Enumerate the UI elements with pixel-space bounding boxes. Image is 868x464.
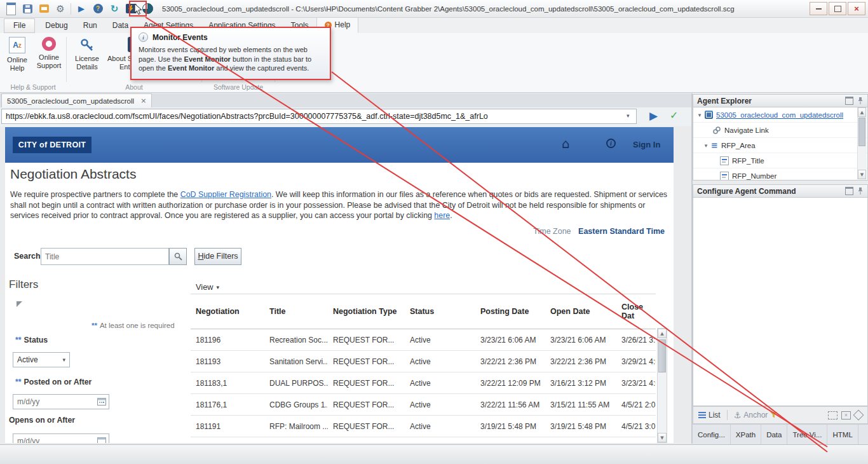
calendar-icon[interactable] [97, 437, 106, 443]
cell-posting-date: 3/23/21 6:06 AM [475, 329, 545, 351]
opens-date-field [13, 433, 109, 443]
document-tab[interactable]: 53005_oraclecloud_com_updatedscroll × [1, 93, 152, 107]
table-row[interactable]: 181176,1CDBG Groups 1...REQUEST FOR...Ac… [191, 394, 656, 416]
statistics-icon[interactable] [139, 1, 156, 17]
configure-command-title: Configure Agent Command [697, 187, 796, 196]
online-support-button[interactable]: Online Support [33, 35, 65, 70]
minimize-button[interactable] [810, 2, 827, 15]
tooltip-body: Monitors events captured by web elements… [139, 45, 323, 73]
anchor-icon: ⚓ [734, 411, 742, 420]
group-label-about: About [67, 83, 201, 91]
search-input[interactable] [41, 248, 169, 265]
posted-date-input[interactable] [13, 394, 109, 409]
close-button[interactable]: × [848, 2, 865, 15]
anchor-button[interactable]: ⚓ Anchor [731, 409, 780, 421]
maximize-button[interactable] [829, 2, 846, 15]
column-negotiation[interactable]: Negotiation [191, 294, 264, 329]
tab-run[interactable]: Run [76, 18, 105, 33]
panel-restore-icon[interactable] [845, 187, 853, 195]
supplier-registration-link[interactable]: CoD Supplier Registration [180, 190, 271, 199]
web-help-icon[interactable]: ? [90, 1, 106, 17]
search-button[interactable] [169, 248, 187, 265]
status-label: **Status [15, 336, 48, 345]
timezone-row: Time Zone Eastern Standard Time [533, 227, 665, 236]
cell-close-date: 3/29/21 4:0... [616, 351, 656, 372]
tree-item-rfp-title[interactable]: RFP_Title [693, 153, 867, 168]
scrollbar-thumb[interactable] [658, 339, 666, 372]
column-posting-date[interactable]: Posting Date [475, 294, 545, 329]
tab-configuration[interactable]: Config... [693, 425, 731, 445]
pin-icon[interactable] [857, 97, 864, 105]
table-row[interactable]: 181191RFP: Mailroom ...REQUEST FOR...Act… [191, 416, 656, 437]
run-url-button[interactable]: ▶ [649, 109, 658, 122]
export-button[interactable] [36, 1, 52, 17]
scroll-down-icon[interactable]: ▼ [658, 433, 667, 442]
filters-collapse-icon[interactable] [17, 301, 22, 307]
table-row[interactable]: 181190Fuel Oil Multipl...REQUEST FOR...A… [191, 437, 656, 444]
cell-close-date: 4/5/21 3:0... [616, 416, 656, 437]
license-details-button[interactable]: License Details [69, 35, 105, 71]
scroll-up-icon[interactable]: ▲ [658, 329, 667, 338]
scrollbar-thumb[interactable] [858, 118, 865, 146]
here-link[interactable]: here [434, 211, 450, 220]
tree-scrollbar[interactable]: ▲ ▼ [857, 107, 867, 179]
calendar-icon[interactable] [97, 397, 106, 406]
monitor-events-button[interactable] [123, 1, 139, 17]
scroll-up-icon[interactable]: ▲ [858, 107, 866, 117]
column-title[interactable]: Title [264, 294, 328, 329]
table-row[interactable]: 181196Recreation Soc...REQUEST FOR...Act… [191, 329, 656, 351]
tree-root-label[interactable]: 53005_oraclecloud_com_updatedscroll [716, 111, 843, 119]
target-icon[interactable] [853, 410, 864, 421]
table-scrollbar[interactable]: ▲ ▼ [657, 328, 667, 443]
validate-button[interactable]: ✓ [670, 109, 678, 121]
opens-date-input[interactable] [13, 433, 109, 443]
cell-title: CDBG Groups 1... [264, 394, 328, 416]
close-tab-icon[interactable]: × [140, 97, 146, 105]
site-info-icon[interactable]: i [606, 139, 616, 148]
table-header-row: Negotiation Title Negotiation Type Statu… [191, 294, 656, 329]
tab-html[interactable]: HTML [827, 425, 858, 445]
view-menu[interactable]: View ▾ [196, 282, 219, 292]
tab-treeview[interactable]: Tree Vi... [787, 425, 827, 445]
marquee-select-icon[interactable] [828, 411, 837, 420]
table-row[interactable]: 181183,1DUAL PURPOS...REQUEST FOR...Acti… [191, 372, 656, 394]
tree-item-navigate-link[interactable]: Navigate Link [693, 123, 867, 138]
table-row[interactable]: 181193Sanitation Servi...REQUEST FOR...A… [191, 351, 656, 372]
hide-filters-button[interactable]: Hide Filters [194, 248, 241, 265]
refresh-icon[interactable]: ↻ [106, 1, 123, 17]
status-select[interactable]: Active ▾ [13, 352, 70, 367]
tab-data[interactable]: Data [761, 425, 787, 445]
cell-status: Active [405, 416, 475, 437]
url-input[interactable] [1, 109, 637, 124]
expander-icon[interactable]: ▾ [696, 112, 703, 118]
sign-in-link[interactable]: Sign In [633, 140, 660, 149]
panel-restore-icon[interactable] [845, 97, 853, 105]
run-agent-toolbar-button[interactable]: ▶ [73, 1, 90, 17]
cell-type: REQUEST FOR... [328, 394, 405, 416]
scroll-down-icon[interactable]: ▼ [858, 170, 866, 179]
brand-logo[interactable]: CITY of DETROIT [13, 137, 92, 153]
remove-selection-icon[interactable]: × [841, 411, 851, 420]
column-open-date[interactable]: Open Date [545, 294, 616, 329]
url-dropdown-icon[interactable]: ▾ [627, 113, 630, 119]
cell-type: REQUEST FOR... [328, 437, 405, 444]
tree-item-rfp-number[interactable]: RFP_Number [693, 168, 867, 181]
save-button[interactable] [19, 1, 36, 17]
tree-item-root[interactable]: ▾ 53005_oraclecloud_com_updatedscroll [693, 107, 867, 123]
panel-tab-bar: Config... XPath Data Tree Vi... HTML [693, 424, 868, 445]
toolbar-separator [727, 410, 728, 420]
column-negotiation-type[interactable]: Negotiation Type [328, 294, 405, 329]
search-label: Search [14, 252, 41, 261]
tab-xpath[interactable]: XPath [731, 425, 761, 445]
settings-gear-icon[interactable]: ⚙ [52, 1, 69, 17]
pin-icon[interactable] [857, 187, 864, 195]
column-close-date[interactable]: Close Dat [616, 294, 656, 329]
expander-icon[interactable]: ▾ [702, 142, 710, 149]
tab-file[interactable]: File [4, 18, 35, 33]
online-help-button[interactable]: Az Online Help [1, 35, 33, 72]
list-button[interactable]: List [696, 409, 723, 421]
column-status[interactable]: Status [405, 294, 475, 329]
tab-debug[interactable]: Debug [37, 18, 75, 33]
tree-item-rfp-area[interactable]: ▾ ≡ RFP_Area [693, 138, 867, 153]
home-icon[interactable]: ⌂ [562, 136, 570, 151]
